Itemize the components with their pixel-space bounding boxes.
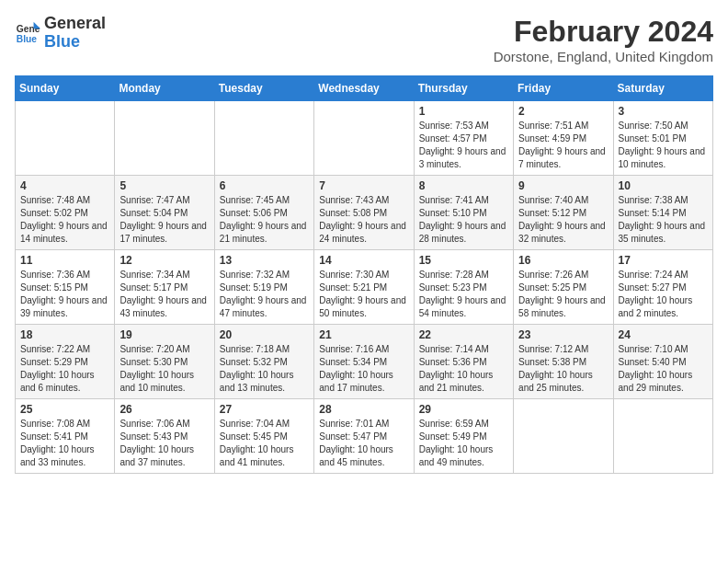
weekday-header: Thursday [414,76,513,101]
calendar-cell [115,101,214,176]
day-info: Sunrise: 7:26 AM Sunset: 5:25 PM Dayligh… [518,269,608,320]
day-number: 29 [419,403,508,416]
calendar-cell: 4Sunrise: 7:48 AM Sunset: 5:02 PM Daylig… [16,176,115,250]
day-number: 7 [319,179,408,192]
day-number: 12 [119,254,209,267]
title-block: February 2024 Dorstone, England, United … [494,15,713,64]
day-number: 23 [518,328,608,341]
day-info: Sunrise: 7:53 AM Sunset: 4:57 PM Dayligh… [419,120,508,171]
calendar-cell: 2Sunrise: 7:51 AM Sunset: 4:59 PM Daylig… [514,101,613,176]
calendar-cell: 10Sunrise: 7:38 AM Sunset: 5:14 PM Dayli… [613,176,712,250]
calendar-cell [16,101,115,176]
day-info: Sunrise: 7:16 AM Sunset: 5:34 PM Dayligh… [319,343,408,395]
day-info: Sunrise: 7:30 AM Sunset: 5:21 PM Dayligh… [319,269,408,320]
logo-blue: Blue [44,33,106,52]
calendar-cell: 21Sunrise: 7:16 AM Sunset: 5:34 PM Dayli… [314,325,414,399]
day-info: Sunrise: 7:51 AM Sunset: 4:59 PM Dayligh… [518,120,608,171]
calendar-cell: 17Sunrise: 7:24 AM Sunset: 5:27 PM Dayli… [613,250,712,325]
day-number: 8 [419,179,508,192]
calendar-cell: 19Sunrise: 7:20 AM Sunset: 5:30 PM Dayli… [115,325,214,399]
location-title: Dorstone, England, United Kingdom [494,49,713,64]
logo-icon: General Blue [15,20,40,46]
day-number: 26 [119,403,209,416]
calendar-cell: 27Sunrise: 7:04 AM Sunset: 5:45 PM Dayli… [214,399,313,474]
day-info: Sunrise: 7:20 AM Sunset: 5:30 PM Dayligh… [119,343,209,395]
day-number: 28 [319,403,408,416]
day-info: Sunrise: 7:14 AM Sunset: 5:36 PM Dayligh… [419,343,508,395]
calendar-body: 1Sunrise: 7:53 AM Sunset: 4:57 PM Daylig… [16,101,713,474]
day-info: Sunrise: 7:04 AM Sunset: 5:45 PM Dayligh… [220,418,309,469]
day-number: 9 [518,179,608,192]
day-info: Sunrise: 7:18 AM Sunset: 5:32 PM Dayligh… [220,343,309,395]
day-number: 14 [319,254,408,267]
day-number: 22 [419,328,508,341]
day-number: 4 [20,179,109,192]
day-info: Sunrise: 7:47 AM Sunset: 5:04 PM Dayligh… [119,194,209,246]
day-number: 6 [220,179,309,192]
day-info: Sunrise: 7:24 AM Sunset: 5:27 PM Dayligh… [619,269,708,320]
calendar-cell: 14Sunrise: 7:30 AM Sunset: 5:21 PM Dayli… [314,250,414,325]
day-info: Sunrise: 7:32 AM Sunset: 5:19 PM Dayligh… [220,269,309,320]
calendar-week-row: 11Sunrise: 7:36 AM Sunset: 5:15 PM Dayli… [16,250,713,325]
calendar-cell: 20Sunrise: 7:18 AM Sunset: 5:32 PM Dayli… [214,325,313,399]
calendar-cell [514,399,613,474]
calendar-cell: 1Sunrise: 7:53 AM Sunset: 4:57 PM Daylig… [414,101,513,176]
day-number: 13 [220,254,309,267]
day-info: Sunrise: 7:50 AM Sunset: 5:01 PM Dayligh… [619,120,708,171]
day-number: 25 [20,403,109,416]
calendar-week-row: 18Sunrise: 7:22 AM Sunset: 5:29 PM Dayli… [16,325,713,399]
calendar-cell [613,399,712,474]
calendar-cell: 13Sunrise: 7:32 AM Sunset: 5:19 PM Dayli… [214,250,313,325]
weekday-header: Monday [115,76,214,101]
weekday-header: Sunday [16,76,115,101]
calendar-cell: 28Sunrise: 7:01 AM Sunset: 5:47 PM Dayli… [314,399,414,474]
day-number: 18 [20,328,109,341]
calendar-cell: 24Sunrise: 7:10 AM Sunset: 5:40 PM Dayli… [613,325,712,399]
day-info: Sunrise: 7:08 AM Sunset: 5:41 PM Dayligh… [20,418,109,469]
calendar-cell: 23Sunrise: 7:12 AM Sunset: 5:38 PM Dayli… [514,325,613,399]
calendar-cell: 9Sunrise: 7:40 AM Sunset: 5:12 PM Daylig… [514,176,613,250]
calendar-cell: 18Sunrise: 7:22 AM Sunset: 5:29 PM Dayli… [16,325,115,399]
day-info: Sunrise: 7:28 AM Sunset: 5:23 PM Dayligh… [419,269,508,320]
calendar-week-row: 1Sunrise: 7:53 AM Sunset: 4:57 PM Daylig… [16,101,713,176]
weekday-header: Saturday [613,76,712,101]
day-number: 19 [119,328,209,341]
day-number: 17 [619,254,708,267]
day-info: Sunrise: 7:41 AM Sunset: 5:10 PM Dayligh… [419,194,508,246]
calendar-cell: 12Sunrise: 7:34 AM Sunset: 5:17 PM Dayli… [115,250,214,325]
calendar-cell: 29Sunrise: 6:59 AM Sunset: 5:49 PM Dayli… [414,399,513,474]
calendar-table: SundayMondayTuesdayWednesdayThursdayFrid… [15,75,713,474]
calendar-cell: 22Sunrise: 7:14 AM Sunset: 5:36 PM Dayli… [414,325,513,399]
day-info: Sunrise: 7:45 AM Sunset: 5:06 PM Dayligh… [220,194,309,246]
day-info: Sunrise: 7:38 AM Sunset: 5:14 PM Dayligh… [619,194,708,246]
logo-general: General [44,15,106,33]
calendar-cell: 26Sunrise: 7:06 AM Sunset: 5:43 PM Dayli… [115,399,214,474]
calendar-cell: 6Sunrise: 7:45 AM Sunset: 5:06 PM Daylig… [214,176,313,250]
day-number: 24 [619,328,708,341]
logo: General Blue General Blue [15,15,106,52]
calendar-cell: 16Sunrise: 7:26 AM Sunset: 5:25 PM Dayli… [514,250,613,325]
day-number: 5 [119,179,209,192]
day-number: 11 [20,254,109,267]
calendar-week-row: 4Sunrise: 7:48 AM Sunset: 5:02 PM Daylig… [16,176,713,250]
day-info: Sunrise: 7:22 AM Sunset: 5:29 PM Dayligh… [20,343,109,395]
day-info: Sunrise: 7:36 AM Sunset: 5:15 PM Dayligh… [20,269,109,320]
day-number: 2 [518,105,608,118]
calendar-header: SundayMondayTuesdayWednesdayThursdayFrid… [16,76,713,101]
day-info: Sunrise: 7:48 AM Sunset: 5:02 PM Dayligh… [20,194,109,246]
day-info: Sunrise: 7:01 AM Sunset: 5:47 PM Dayligh… [319,418,408,469]
day-info: Sunrise: 7:34 AM Sunset: 5:17 PM Dayligh… [119,269,209,320]
header: General Blue General Blue February 2024 … [15,15,713,64]
day-info: Sunrise: 6:59 AM Sunset: 5:49 PM Dayligh… [419,418,508,469]
day-info: Sunrise: 7:06 AM Sunset: 5:43 PM Dayligh… [119,418,209,469]
svg-text:Blue: Blue [17,34,38,44]
day-info: Sunrise: 7:10 AM Sunset: 5:40 PM Dayligh… [619,343,708,395]
calendar-cell: 3Sunrise: 7:50 AM Sunset: 5:01 PM Daylig… [613,101,712,176]
day-number: 1 [419,105,508,118]
month-title: February 2024 [494,15,713,49]
day-number: 20 [220,328,309,341]
calendar-cell: 11Sunrise: 7:36 AM Sunset: 5:15 PM Dayli… [16,250,115,325]
calendar-cell: 15Sunrise: 7:28 AM Sunset: 5:23 PM Dayli… [414,250,513,325]
day-number: 3 [619,105,708,118]
day-number: 21 [319,328,408,341]
